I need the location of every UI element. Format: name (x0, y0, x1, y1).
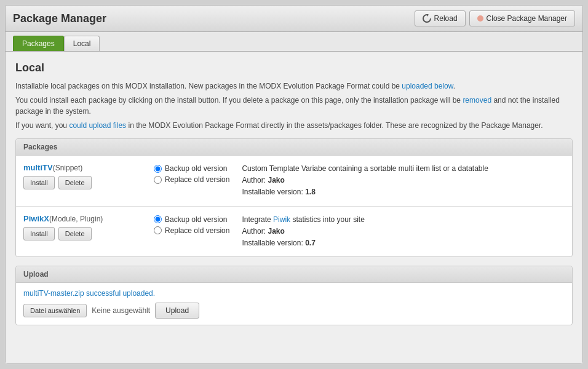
file-choose-button[interactable]: Datei auswählen (23, 304, 87, 317)
piwikx-delete-button[interactable]: Delete (58, 227, 92, 240)
info-line-3: If you want, you could upload files in t… (15, 120, 573, 131)
upload-panel-body: multiTV-master.zip successful uploaded. … (16, 283, 572, 325)
table-row: PiwikX(Module, Plugin) Install Delete Ba… (16, 207, 572, 257)
packages-panel-body: multiTV(Snippet) Install Delete Backup o… (16, 156, 572, 256)
title-buttons: Reload Close Package Manager (415, 10, 575, 26)
tab-packages[interactable]: Packages (13, 36, 64, 51)
reload-button[interactable]: Reload (415, 10, 466, 26)
packages-panel-header: Packages (16, 139, 572, 156)
removed-link[interactable]: removed (463, 96, 491, 105)
piwikx-type: (Module, Plugin) (49, 215, 103, 223)
multitv-name: multiTV (23, 163, 53, 172)
title-bar: Package Manager Reload Close Package Man… (6, 6, 582, 32)
piwikx-actions: Install Delete (23, 227, 146, 240)
piwikx-backup-label: Backup old version (165, 215, 227, 224)
multitv-install-button[interactable]: Install (23, 176, 55, 189)
multitv-description: Custom Template Variabe containing a sor… (229, 163, 565, 199)
tab-local[interactable]: Local (64, 36, 100, 51)
reload-label: Reload (434, 14, 458, 23)
tabs-bar: Packages Local (6, 32, 582, 52)
package-name-multitv: multiTV(Snippet) (23, 163, 146, 172)
upload-controls: Datei auswählen Keine ausgewählt Upload (23, 303, 565, 319)
upload-panel-header: Upload (16, 266, 572, 283)
package-left-piwikx: PiwikX(Module, Plugin) Install Delete (23, 214, 146, 240)
multitv-replace-label: Replace old version (165, 175, 229, 184)
page-title: Local (15, 62, 573, 74)
info-line-1: Installable local packages on this MODX … (15, 81, 573, 92)
piwikx-description: Integrate Piwik statistics into your sit… (229, 214, 565, 250)
piwikx-replace-radio-label[interactable]: Replace old version (154, 226, 229, 235)
piwikx-name: PiwikX (23, 214, 49, 223)
piwikx-replace-label: Replace old version (165, 226, 229, 235)
multitv-options: Backup old version Replace old version (154, 163, 229, 184)
package-name-piwikx: PiwikX(Module, Plugin) (23, 214, 146, 223)
upload-success-message: multiTV-master.zip successful uploaded. (23, 289, 565, 298)
piwikx-install-button[interactable]: Install (23, 227, 55, 240)
multitv-actions: Install Delete (23, 176, 146, 189)
uploaded-below-link[interactable]: uploaded below (402, 82, 453, 90)
package-manager-window: Package Manager Reload Close Package Man… (5, 5, 583, 364)
reload-icon (423, 14, 431, 23)
multitv-replace-radio[interactable] (154, 176, 162, 184)
could-upload-link[interactable]: could upload files (69, 121, 126, 130)
piwikx-replace-radio[interactable] (154, 226, 162, 234)
window-title: Package Manager (13, 12, 106, 25)
multitv-backup-radio[interactable] (154, 165, 162, 173)
multitv-replace-radio-label[interactable]: Replace old version (154, 175, 229, 184)
piwikx-backup-radio[interactable] (154, 215, 162, 223)
close-package-manager-button[interactable]: Close Package Manager (469, 10, 575, 26)
piwikx-options: Backup old version Replace old version (154, 214, 229, 235)
piwik-link[interactable]: Piwik (273, 215, 290, 224)
upload-button[interactable]: Upload (155, 303, 199, 319)
main-content: Local Installable local packages on this… (6, 52, 582, 363)
table-row: multiTV(Snippet) Install Delete Backup o… (16, 156, 572, 207)
multitv-backup-radio-label[interactable]: Backup old version (154, 164, 229, 173)
packages-panel: Packages multiTV(Snippet) Install Delete (15, 138, 573, 257)
close-label: Close Package Manager (487, 14, 567, 23)
no-file-text: Keine ausgewählt (92, 306, 150, 315)
multitv-type: (Snippet) (53, 164, 83, 172)
info-line-2: You could install each package by clicki… (15, 95, 573, 117)
multitv-delete-button[interactable]: Delete (58, 176, 92, 189)
package-left-multitv: multiTV(Snippet) Install Delete (23, 163, 146, 189)
multitv-backup-label: Backup old version (165, 164, 227, 173)
close-icon (477, 15, 483, 22)
upload-panel: Upload multiTV-master.zip successful upl… (15, 266, 573, 325)
piwikx-backup-radio-label[interactable]: Backup old version (154, 215, 229, 224)
